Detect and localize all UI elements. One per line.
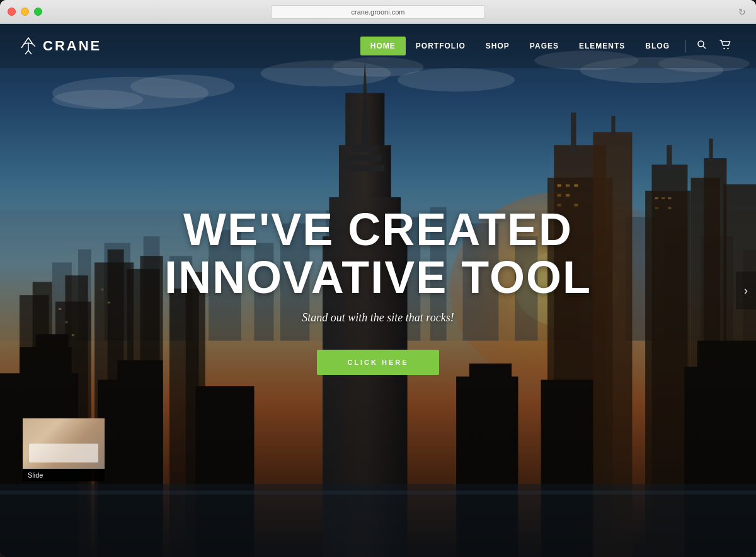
refresh-icon[interactable]: ↻	[738, 7, 746, 17]
svg-line-98	[25, 50, 28, 54]
nav-item-portfolio[interactable]: PORTFOLIO	[406, 37, 476, 55]
maximize-button[interactable]	[34, 8, 42, 16]
slider-thumbnail[interactable]: Slide	[23, 418, 105, 481]
close-button[interactable]	[8, 8, 16, 16]
slider-thumb-label: Slide	[23, 469, 105, 481]
url-text: crane.grooni.com	[352, 8, 405, 16]
logo-text: CRANE	[43, 38, 101, 54]
svg-line-100	[21, 44, 24, 48]
crane-logo-icon	[19, 37, 38, 55]
nav-item-pages[interactable]: PAGES	[520, 37, 569, 55]
hero-subtitle: Stand out with the site that rocks!	[76, 311, 680, 324]
search-icon[interactable]	[690, 35, 713, 57]
hero-content: WE'VE CREATED INNOVATIVE TOOL Stand out …	[76, 206, 680, 375]
hero-title-line2: INNOVATIVE TOOL	[164, 252, 592, 302]
mac-window: crane.grooni.com ↻	[0, 0, 756, 557]
logo-link[interactable]: CRANE	[19, 37, 101, 55]
svg-line-101	[33, 44, 35, 47]
slider-thumb-image	[23, 418, 105, 469]
nav-item-elements[interactable]: ELEMENTS	[569, 37, 635, 55]
hero-title: WE'VE CREATED INNOVATIVE TOOL	[76, 206, 680, 301]
cart-icon[interactable]	[713, 35, 737, 57]
nav-divider	[685, 40, 685, 52]
svg-point-102	[698, 41, 704, 47]
window-controls	[8, 8, 42, 16]
nav-item-blog[interactable]: BLOG	[635, 37, 680, 55]
hero-title-line1: WE'VE CREATED	[183, 204, 573, 255]
hero-section: CRANE HOME PORTFOLIO SHOP PAGES ELEMENTS…	[0, 24, 756, 557]
hero-cta-button[interactable]: CLICK HERE	[317, 350, 438, 375]
svg-line-103	[703, 46, 706, 49]
page-content: CRANE HOME PORTFOLIO SHOP PAGES ELEMENTS…	[0, 24, 756, 557]
desk-image	[23, 418, 105, 469]
slider-arrow-right[interactable]: ›	[736, 272, 756, 309]
titlebar: crane.grooni.com ↻	[0, 0, 756, 24]
url-bar[interactable]: crane.grooni.com	[271, 5, 485, 19]
minimize-button[interactable]	[21, 8, 29, 16]
nav-links: HOME PORTFOLIO SHOP PAGES ELEMENTS BLOG	[360, 35, 737, 57]
nav-item-shop[interactable]: SHOP	[476, 37, 520, 55]
navbar: CRANE HOME PORTFOLIO SHOP PAGES ELEMENTS…	[0, 24, 756, 68]
nav-item-home[interactable]: HOME	[360, 37, 406, 55]
svg-point-104	[723, 48, 724, 49]
svg-point-105	[727, 48, 728, 49]
svg-line-99	[28, 50, 32, 54]
